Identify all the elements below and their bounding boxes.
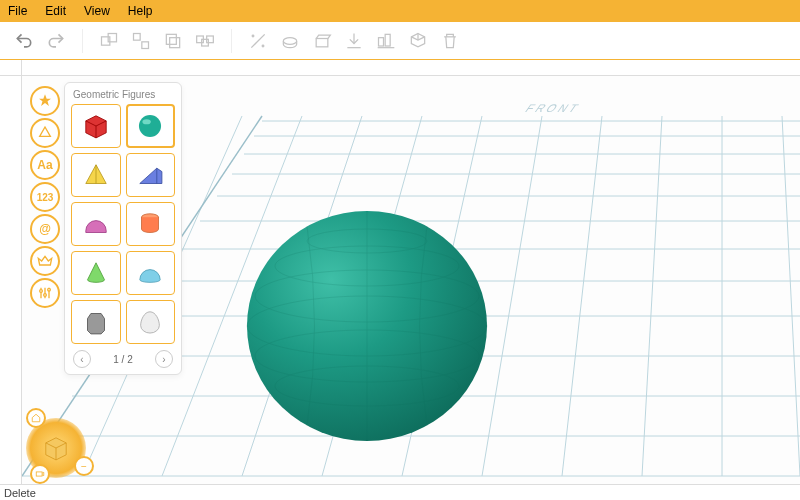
view-zoom-out-button[interactable]: −: [74, 456, 94, 476]
svg-rect-4: [166, 34, 176, 44]
separator: [82, 29, 83, 53]
menu-view[interactable]: View: [84, 4, 110, 18]
side-favorites-button[interactable]: [30, 86, 60, 116]
tool-magic-button[interactable]: [245, 28, 271, 54]
svg-point-47: [48, 288, 51, 291]
tool-3dprint-button[interactable]: [405, 28, 431, 54]
shape-cone[interactable]: [71, 251, 121, 295]
svg-line-21: [562, 116, 602, 476]
separator: [231, 29, 232, 53]
svg-point-48: [139, 115, 161, 137]
view-home-button[interactable]: [26, 408, 46, 428]
view-cube-icon: [39, 431, 73, 465]
tool-ungroup-button[interactable]: [128, 28, 154, 54]
view-camera-button[interactable]: [30, 464, 50, 484]
svg-line-22: [642, 116, 662, 476]
shape-wedge[interactable]: [126, 153, 176, 197]
menu-edit[interactable]: Edit: [45, 4, 66, 18]
tool-align-button[interactable]: [373, 28, 399, 54]
tool-copies-button[interactable]: [192, 28, 218, 54]
pager-label: 1 / 2: [113, 354, 132, 365]
svg-rect-14: [385, 34, 390, 46]
shape-cube[interactable]: [71, 104, 121, 148]
menubar: File Edit View Help: [0, 0, 800, 22]
svg-rect-13: [379, 37, 384, 45]
svg-point-49: [143, 119, 152, 124]
statusbar: Delete: [0, 484, 800, 500]
svg-line-24: [782, 116, 800, 476]
svg-point-11: [283, 37, 296, 44]
side-shapes-button[interactable]: [30, 118, 60, 148]
svg-rect-51: [36, 472, 42, 476]
redo-button[interactable]: [43, 28, 69, 54]
tool-group-button[interactable]: [96, 28, 122, 54]
view-cube-control[interactable]: −: [26, 418, 86, 478]
shape-dome[interactable]: [126, 251, 176, 295]
svg-point-9: [252, 35, 254, 37]
shape-sphere[interactable]: [126, 104, 176, 148]
tool-slice-button[interactable]: [277, 28, 303, 54]
svg-rect-2: [134, 33, 141, 40]
side-text-button[interactable]: Aa: [30, 150, 60, 180]
ruler-left: [0, 76, 22, 484]
side-symbols-button[interactable]: @: [30, 214, 60, 244]
side-toolbar: Aa 123 @: [30, 86, 60, 308]
shape-cylinder[interactable]: [126, 202, 176, 246]
side-crown-button[interactable]: [30, 246, 60, 276]
svg-point-46: [44, 294, 47, 297]
shape-egg[interactable]: [126, 300, 176, 344]
svg-rect-5: [170, 37, 180, 47]
axis-label-front: FRONT: [523, 102, 584, 114]
svg-line-20: [482, 116, 542, 476]
svg-rect-12: [316, 38, 328, 46]
shape-half-cylinder[interactable]: [71, 202, 121, 246]
side-settings-button[interactable]: [30, 278, 60, 308]
toolbar: [0, 22, 800, 60]
ruler-corner: [0, 60, 22, 76]
tool-download-button[interactable]: [341, 28, 367, 54]
side-numbers-button[interactable]: 123: [30, 182, 60, 212]
panel-pager: ‹ 1 / 2 ›: [71, 344, 175, 370]
ruler-top: [22, 60, 800, 76]
workspace: FRONT Aa 123 @ Geometric Figures ‹ 1 / 2: [0, 60, 800, 500]
tool-extrude-button[interactable]: [309, 28, 335, 54]
pager-next-button[interactable]: ›: [155, 350, 173, 368]
status-text: Delete: [4, 487, 36, 499]
undo-button[interactable]: [11, 28, 37, 54]
panel-title: Geometric Figures: [71, 89, 175, 104]
menu-help[interactable]: Help: [128, 4, 153, 18]
tool-duplicate-button[interactable]: [160, 28, 186, 54]
shape-pyramid[interactable]: [71, 153, 121, 197]
shapes-panel: Geometric Figures ‹ 1 / 2 ›: [64, 82, 182, 375]
svg-point-45: [40, 290, 43, 293]
svg-rect-3: [142, 41, 149, 48]
shape-prism[interactable]: [71, 300, 121, 344]
pager-prev-button[interactable]: ‹: [73, 350, 91, 368]
menu-file[interactable]: File: [8, 4, 27, 18]
svg-point-10: [262, 45, 264, 47]
tool-delete-button[interactable]: [437, 28, 463, 54]
